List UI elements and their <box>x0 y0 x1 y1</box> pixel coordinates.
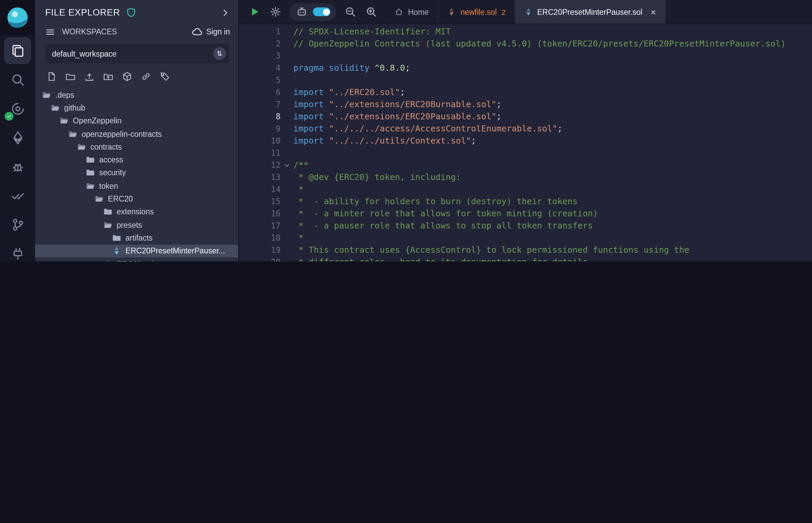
publish-tag-icon[interactable] <box>160 71 170 82</box>
activity-file-explorer-icon[interactable] <box>4 37 31 64</box>
workspace-selected-value: default_workspace <box>52 50 117 58</box>
code-text: // OpenZeppelin Contracts (last updated … <box>293 38 786 50</box>
folder-open-icon <box>103 220 113 230</box>
code-line-10[interactable]: 10import "../../../utils/Context.sol"; <box>239 135 812 147</box>
code-line-1[interactable]: 1// SPDX-License-Identifier: MIT <box>239 25 812 38</box>
code-line-12[interactable]: 12/** <box>239 159 812 171</box>
code-line-6[interactable]: 6import "../ERC20.sol"; <box>239 86 812 98</box>
solidity-icon <box>447 7 456 16</box>
folder-open-icon <box>94 194 104 203</box>
tree-folder-erc20[interactable]: ERC20 <box>35 193 238 205</box>
tree-folder-security[interactable]: security <box>35 166 238 180</box>
workspace-select-toggle-icon[interactable]: ⇅ <box>213 47 226 60</box>
code-line-8[interactable]: 8import "../extensions/ERC20Pausable.sol… <box>239 110 812 123</box>
shield-icon <box>126 7 136 18</box>
new-file-icon[interactable] <box>47 71 57 82</box>
tab-newfile-sol[interactable]: newfile.sol2 <box>438 0 515 23</box>
code-line-4[interactable]: 4pragma solidity ^0.8.0; <box>239 62 812 74</box>
tree-file-erc20-sol[interactable]: ERC20.sol <box>35 257 238 262</box>
tab-label: ERC20PresetMinterPauser.sol <box>537 8 642 16</box>
tree-folder-github[interactable]: github <box>35 102 238 114</box>
toggle-knob <box>323 8 330 15</box>
code-line-18[interactable]: 18 * <box>239 232 812 244</box>
tab-home[interactable]: Home <box>386 0 438 23</box>
file-explorer-toolbar <box>35 68 238 86</box>
solidity-file-icon <box>103 259 113 262</box>
activity-deploy-and-run-icon[interactable] <box>4 124 31 151</box>
import-link-icon[interactable] <box>141 71 151 82</box>
tree-item-label: ERC20PresetMinterPauser... <box>125 247 225 255</box>
activity-search-icon[interactable] <box>4 66 31 93</box>
code-text: // SPDX-License-Identifier: MIT <box>293 25 451 38</box>
code-line-14[interactable]: 14 * <box>239 183 812 196</box>
tree-folder-access[interactable]: access <box>35 153 238 166</box>
tree-folder-deps[interactable]: .deps <box>35 88 238 102</box>
code-line-11[interactable]: 11 <box>239 147 812 159</box>
upload-folder-icon[interactable] <box>103 71 113 82</box>
terminal-bar: 0 <box>239 261 812 262</box>
workspace-select[interactable]: default_workspace ⇅ <box>45 44 229 64</box>
activity-debugger-icon[interactable] <box>4 153 31 180</box>
tree-folder-token[interactable]: token <box>35 179 238 193</box>
load-cube-icon[interactable] <box>122 71 132 82</box>
line-number: 3 <box>239 50 281 62</box>
activity-bar <box>0 0 35 262</box>
editor-column: Homenewfile.sol2ERC20PresetMinterPauser.… <box>239 0 812 262</box>
tree-file-erc20presetminterpauser[interactable]: ERC20PresetMinterPauser... <box>35 244 238 257</box>
tree-folder-presets[interactable]: presets <box>35 218 238 232</box>
ai-assistant-robot-icon[interactable] <box>295 5 308 19</box>
tab-modified-count: 2 <box>501 8 506 16</box>
activity-solidity-unit-testing-icon[interactable] <box>4 182 31 209</box>
activity-solidity-compiler-icon[interactable] <box>4 95 31 122</box>
activity-git-icon[interactable] <box>4 211 31 238</box>
remix-logo[interactable] <box>0 0 35 35</box>
code-text: * This contract uses {AccessControl} to … <box>293 244 689 256</box>
remix-ide-window: FILE EXPLORER WORKSPACES Sign in default… <box>0 0 812 262</box>
code-line-20[interactable]: 20 * different roles - head to its docum… <box>239 256 812 261</box>
tab-erc20presetminterpauser-sol[interactable]: ERC20PresetMinterPauser.sol× <box>515 0 665 23</box>
code-line-2[interactable]: 2// OpenZeppelin Contracts (last updated… <box>239 38 812 50</box>
line-number: 1 <box>239 25 281 38</box>
code-line-5[interactable]: 5 <box>239 74 812 86</box>
zoom-in-icon[interactable] <box>364 5 378 19</box>
close-tab-icon[interactable]: × <box>651 7 656 17</box>
code-line-15[interactable]: 15 * - ability for holders to burn (dest… <box>239 196 812 208</box>
tree-item-label: ERC20.sol <box>117 260 154 262</box>
folder-open-icon <box>51 103 60 112</box>
code-line-13[interactable]: 13 * @dev {ERC20} token, including: <box>239 171 812 183</box>
tree-folder-openzeppelin-contracts[interactable]: openzeppelin-contracts <box>35 127 238 141</box>
code-editor[interactable]: 1// SPDX-License-Identifier: MIT2// Open… <box>239 24 812 261</box>
tree-folder-contracts[interactable]: contracts <box>35 140 238 153</box>
code-text: import "../../../utils/Context.sol"; <box>293 135 476 147</box>
line-number: 4 <box>239 62 281 74</box>
code-line-7[interactable]: 7import "../extensions/ERC20Burnable.sol… <box>239 98 812 110</box>
fold-chevron-down-icon[interactable] <box>281 161 293 169</box>
tree-item-label: presets <box>117 221 142 229</box>
code-line-16[interactable]: 16 * - a minter role that allows for tok… <box>239 208 812 220</box>
tree-folder-extensions[interactable]: extensions <box>35 205 238 218</box>
code-line-9[interactable]: 9import "../../../access/AccessControlEn… <box>239 123 812 135</box>
zoom-out-icon[interactable] <box>343 5 357 19</box>
sign-in-button[interactable]: Sign in <box>192 26 230 37</box>
tree-item-label: contracts <box>90 143 122 151</box>
tree-folder-artifacts[interactable]: artifacts <box>35 232 238 245</box>
run-script-icon[interactable] <box>248 5 261 19</box>
tree-item-label: ERC20 <box>108 195 133 203</box>
folder-open-icon <box>86 181 95 191</box>
script-runner-config-icon[interactable] <box>268 5 282 19</box>
code-line-3[interactable]: 3 <box>239 50 812 62</box>
panel-collapse-chevron-right-icon[interactable] <box>220 8 230 17</box>
tree-item-label: OpenZeppelin <box>73 116 122 125</box>
tree-item-label: .deps <box>55 91 74 99</box>
ai-assistant-toggle[interactable] <box>313 7 331 16</box>
code-line-17[interactable]: 17 * - a pauser role that allows to stop… <box>239 220 812 232</box>
line-number: 12 <box>239 159 281 171</box>
upload-files-icon[interactable] <box>84 71 94 82</box>
code-line-19[interactable]: 19 * This contract uses {AccessControl} … <box>239 244 812 256</box>
workspaces-menu-icon[interactable] <box>45 26 55 37</box>
home-icon <box>394 7 403 16</box>
new-folder-icon[interactable] <box>66 71 75 82</box>
tree-item-label: access <box>99 156 123 164</box>
tree-folder-openzeppelin[interactable]: OpenZeppelin <box>35 114 238 127</box>
activity-plugin-manager-icon[interactable] <box>4 240 31 262</box>
